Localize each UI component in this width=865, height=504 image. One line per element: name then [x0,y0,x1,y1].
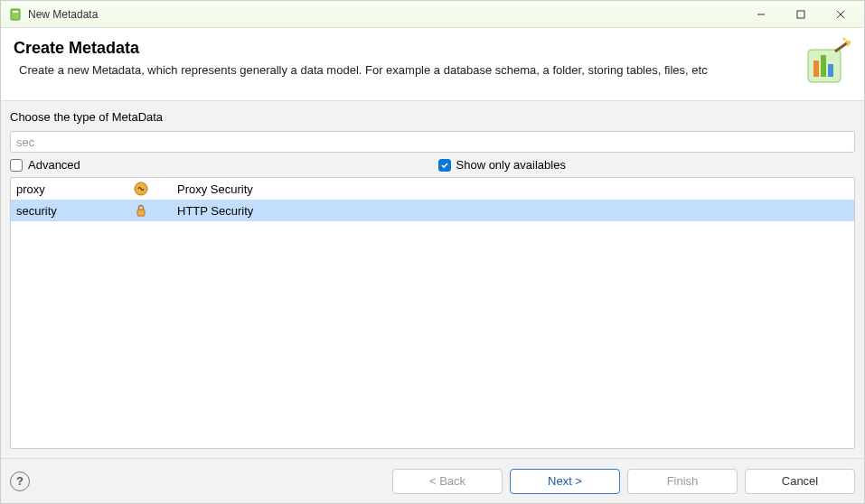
maximize-button[interactable] [781,2,821,27]
svg-rect-0 [11,9,20,20]
close-button[interactable] [821,2,860,27]
svg-point-13 [847,43,849,45]
wizard-body: Choose the type of MetaData Advanced Sho… [1,101,864,458]
svg-rect-3 [797,11,804,18]
svg-point-12 [843,38,846,41]
wizard-footer: ? < Back Next > Finish Cancel [1,458,864,503]
list-item[interactable]: securityHTTP Security [11,200,854,221]
app-icon [8,7,23,22]
help-button[interactable]: ? [10,471,30,491]
lock-icon [134,203,177,218]
filter-input[interactable] [10,131,855,153]
item-name: proxy [16,182,134,196]
wizard-icon [801,37,851,88]
advanced-label: Advanced [28,158,80,172]
item-name: security [16,204,134,218]
metadata-type-list[interactable]: proxyProxy SecuritysecurityHTTP Security [10,177,855,449]
svg-line-10 [835,42,848,51]
next-button[interactable]: Next > [510,469,620,494]
wizard-header: Create Metadata Create a new Metadata, w… [1,28,864,101]
svg-rect-9 [828,64,833,77]
cancel-button[interactable]: Cancel [745,469,855,494]
show-availables-checkbox[interactable] [438,159,451,172]
show-availables-label: Show only availables [456,158,566,172]
header-text: Create Metadata Create a new Metadata, w… [14,37,794,77]
options-row: Advanced Show only availables [10,158,855,172]
back-button[interactable]: < Back [392,469,503,494]
item-description: Proxy Security [177,182,849,196]
titlebar: New Metadata [1,1,864,28]
finish-button[interactable]: Finish [627,469,738,494]
proxy-icon [134,182,177,196]
window-controls [741,2,860,27]
advanced-checkbox[interactable] [10,159,23,172]
page-title: Create Metadata [14,39,794,58]
svg-rect-15 [137,210,145,216]
wizard-window: New Metadata Create Metadata Create a ne… [0,0,865,504]
minimize-button[interactable] [741,2,781,27]
page-description: Create a new Metadata, which represents … [14,63,794,77]
svg-rect-7 [813,61,819,77]
window-title: New Metadata [28,8,741,21]
item-description: HTTP Security [177,204,849,218]
svg-rect-8 [821,55,826,77]
section-label: Choose the type of MetaData [10,110,855,124]
svg-rect-1 [13,11,18,13]
list-item[interactable]: proxyProxy Security [11,178,854,200]
